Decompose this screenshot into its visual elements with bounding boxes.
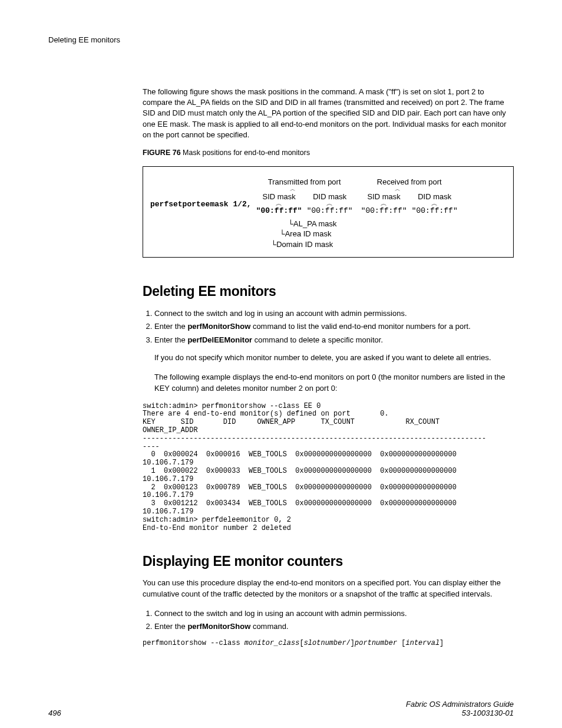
footer-docnum: 53-1003130-01 [406,709,514,717]
delete-note: If you do not specify which monitor numb… [154,353,514,364]
step-1: Connect to the switch and log in using a… [154,608,514,620]
figure-label: FIGURE 76 [143,149,181,157]
example-intro: The following example displays the end-t… [154,372,514,394]
annot-alpa: └AL_PA mask [271,219,506,229]
figure-caption-text: Mask positions for end-to-end monitors [183,149,310,157]
step-1: Connect to the switch and log in using a… [154,308,514,319]
brace-icon: ︿ [381,202,387,206]
diagram-command: perfsetporteemask 1/2, [150,177,252,209]
running-header: Deleting EE monitors [48,35,514,44]
mask-value: "00:ff:ff" [412,206,458,215]
displaying-steps: Connect to the switch and log in using a… [143,608,514,633]
tx-title: Transmitted from port [268,177,341,186]
tx-brace-icon: ︿ [290,187,319,192]
section-heading-displaying: Displaying EE monitor counters [143,554,514,569]
rx-brace-icon: ︿ [395,187,424,192]
figure-caption: FIGURE 76 Mask positions for end-to-end … [143,149,514,157]
mask-value: "00:ff:ff" [361,206,407,215]
page-footer: 496 Fabric OS Administrators Guide 53-10… [48,700,514,717]
step-3: Enter the perfDelEEMonitor command to de… [154,334,514,346]
step-2: Enter the perfMonitorShow command to lis… [154,321,514,332]
section-heading-deleting: Deleting EE monitors [143,284,514,299]
footer-title: Fabric OS Administrators Guide [406,700,514,709]
syntax-line: perfmonitorshow --class monitor_class[sl… [143,640,514,648]
figure-76-diagram: perfsetporteemask 1/2, Transmitted from … [143,166,514,258]
step-2: Enter the perfMonitorShow command. [154,621,514,633]
intro-paragraph: The following figure shows the mask posi… [143,87,514,140]
brace-icon: ︿ [431,202,438,206]
brace-icon: ︿ [276,202,282,206]
code-block-ee-monitors: switch:admin> perfmonitorshow --class EE… [143,403,514,533]
annot-area: └Area ID mask [271,229,506,239]
displaying-intro: You can use this procedure display the e… [143,578,514,599]
rx-title: Received from port [377,177,442,186]
annot-domain: └Domain ID mask [271,239,506,250]
page-number: 496 [48,709,61,717]
mask-value: "00:ff:ff" [307,206,353,215]
mask-value: "00:ff:ff" [256,206,302,215]
brace-icon: ︿ [326,202,333,206]
deleting-steps: Connect to the switch and log in using a… [143,308,514,346]
